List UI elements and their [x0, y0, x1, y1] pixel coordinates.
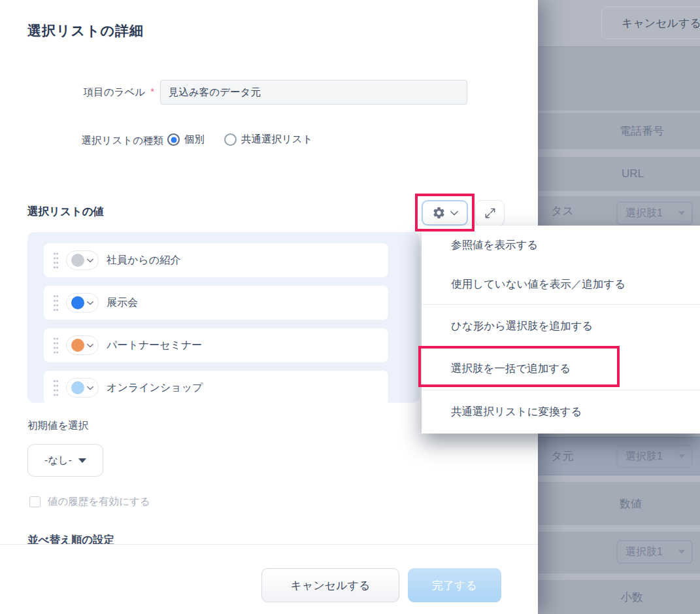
- bg-row-label: 電話番号: [620, 124, 664, 139]
- chevron-down-icon: [87, 301, 93, 305]
- picklist-type-label: 選択リストの種類: [0, 134, 163, 148]
- value-list: 社員からの紹介 展示会 パートナーセ: [27, 232, 420, 403]
- value-label: オンラインショップ: [107, 381, 203, 395]
- bg-picklist-dropdown: 選択肢1: [616, 540, 693, 564]
- value-row: オンラインショップ: [44, 371, 388, 403]
- color-dot: [71, 381, 84, 394]
- field-label-input[interactable]: [160, 80, 467, 105]
- default-value-dropdown[interactable]: -なし-: [27, 444, 103, 477]
- field-label-row: 項目のラベル *: [0, 86, 154, 99]
- chevron-down-icon: [87, 258, 93, 263]
- bg-picklist-value: 選択肢1: [625, 450, 663, 464]
- caret-down-icon: [678, 550, 685, 554]
- bg-picklist-value: 選択肢1: [625, 545, 663, 559]
- chevron-down-icon: [87, 386, 93, 390]
- bg-picklist-dropdown: 選択肢1: [616, 201, 693, 225]
- table-row: タス 選択肢1: [538, 196, 700, 226]
- menu-item-show-reference-values[interactable]: 参照値を表示する: [422, 226, 700, 265]
- bg-row-label: 小数: [621, 590, 643, 605]
- history-checkbox[interactable]: [29, 496, 41, 507]
- value-label: パートナーセミナー: [107, 339, 202, 352]
- gear-dropdown-menu: 参照値を表示する 使用していない値を表示／追加する ひな形から選択肢を追加する …: [422, 226, 700, 434]
- expand-button[interactable]: [475, 200, 505, 226]
- table-row: 数値: [538, 482, 700, 525]
- table-row-highlighted: タ元 選択肢1: [538, 437, 700, 475]
- background-cancel-button: キャンセルする: [601, 7, 700, 39]
- required-asterisk: *: [150, 86, 154, 99]
- value-label: 社員からの紹介: [107, 254, 180, 267]
- default-value-text: -なし-: [44, 454, 72, 468]
- field-label: 項目のラベル: [84, 86, 145, 99]
- page-title: 選択リストの詳細: [27, 22, 144, 40]
- color-swatch-dropdown[interactable]: [66, 250, 99, 270]
- bg-row-label: タス: [551, 203, 574, 218]
- color-dot: [71, 339, 84, 352]
- caret-down-icon: [78, 458, 86, 463]
- bg-row-label: 数値: [620, 496, 642, 511]
- bg-picklist-dropdown: 選択肢1: [616, 445, 693, 468]
- menu-item-convert-to-global[interactable]: 共通選択リストに変換する: [422, 390, 700, 433]
- bg-row-label: URL: [622, 167, 644, 180]
- color-swatch-dropdown[interactable]: [66, 378, 99, 398]
- radio-selected-icon[interactable]: [167, 133, 180, 146]
- color-dot: [71, 254, 84, 267]
- screen: キャンセルする 電話番号 URL タス 選択肢1 タ元 選択肢1 数値: [0, 0, 700, 614]
- annotation-box-gear: [415, 194, 475, 231]
- default-value-label: 初期値を選択: [27, 419, 88, 433]
- radio-unselected-icon[interactable]: [224, 133, 237, 146]
- drag-handle-icon[interactable]: [53, 379, 59, 396]
- bg-picklist-value: 選択肢1: [625, 207, 663, 220]
- done-button[interactable]: 完了する: [408, 568, 501, 602]
- value-row: パートナーセミナー: [44, 328, 388, 362]
- modal-footer: キャンセルする 完了する: [0, 544, 538, 614]
- value-row: 社員からの紹介: [44, 243, 388, 277]
- expand-icon: [484, 207, 497, 220]
- history-checkbox-label: 値の履歴を有効にする: [48, 495, 150, 509]
- caret-down-icon: [678, 211, 685, 215]
- bg-row-label: タ元: [551, 449, 573, 464]
- radio-option-global[interactable]: 共通選択リスト: [224, 133, 313, 146]
- color-swatch-dropdown[interactable]: [66, 293, 99, 313]
- menu-item-show-unused-values[interactable]: 使用していない値を表示／追加する: [422, 265, 700, 304]
- menu-item-add-from-template[interactable]: ひな形から選択肢を追加する: [422, 305, 700, 347]
- values-section-label: 選択リストの値: [27, 205, 104, 219]
- chevron-down-icon: [87, 343, 93, 348]
- color-dot: [71, 296, 84, 309]
- value-row: 展示会: [44, 286, 388, 320]
- table-row: 電話番号: [538, 113, 700, 149]
- value-label: 展示会: [107, 296, 138, 310]
- drag-handle-icon[interactable]: [53, 294, 59, 311]
- table-row: [538, 47, 700, 111]
- color-swatch-dropdown[interactable]: [66, 335, 99, 355]
- table-row: URL: [538, 157, 700, 191]
- drag-handle-icon[interactable]: [53, 337, 59, 354]
- drag-handle-icon[interactable]: [53, 252, 59, 269]
- table-row: 選択肢1: [538, 532, 700, 573]
- caret-down-icon: [678, 454, 685, 458]
- history-checkbox-row: 値の履歴を有効にする: [29, 495, 150, 509]
- radio-option-individual[interactable]: 個別: [167, 133, 205, 146]
- cancel-button[interactable]: キャンセルする: [261, 568, 399, 602]
- annotation-box-menu-item: [418, 346, 620, 387]
- table-row: 小数: [538, 580, 700, 614]
- picklist-type-radio-group: 個別 共通選択リスト: [167, 133, 313, 146]
